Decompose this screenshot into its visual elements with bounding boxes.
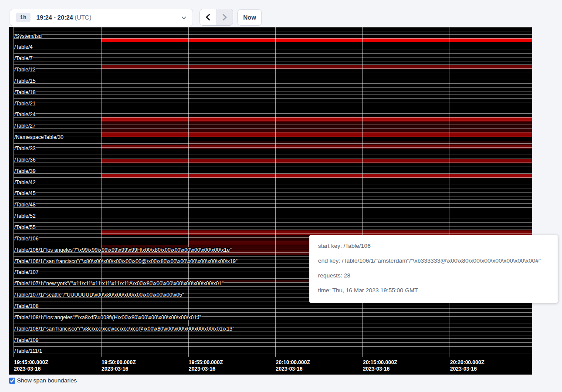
key-visualizer-page: 1h 19:24 - 20:24 (UTC) Now /System/tsd/T… (0, 0, 562, 392)
heat-band (101, 230, 532, 235)
chevron-right-icon (222, 14, 227, 20)
heat-band (188, 141, 532, 145)
show-span-boundaries-label: Show span boundaries (17, 377, 77, 384)
span-boundary-line (14, 308, 532, 309)
span-boundary-line (14, 155, 532, 155)
span-boundary-line (14, 226, 532, 226)
span-boundary-line (14, 162, 532, 162)
span-boundary-line (14, 117, 532, 118)
span-boundary-line (14, 91, 532, 91)
span-boundary-line (14, 181, 532, 181)
keyspace-row-label: /System/tsd (14, 34, 42, 39)
span-boundary-line (14, 46, 532, 46)
span-boundary-line (14, 50, 532, 50)
axis-tick-line: 20:20:00.000Z (450, 359, 484, 366)
keyspace-row-label: /Table/7 (14, 56, 33, 61)
time-range-select[interactable]: 1h 19:24 - 20:24 (UTC) (10, 9, 193, 26)
prev-range-button[interactable] (200, 9, 217, 25)
span-boundary-line (14, 219, 532, 219)
keyspace-row-label: /Table/15 (14, 78, 36, 84)
span-boundary-line (14, 83, 532, 84)
span-boundary-line (14, 354, 532, 354)
chevron-down-icon (181, 15, 186, 20)
axis-tick-line: 2023-03-16 (14, 366, 48, 372)
axis-tick-line: 2023-03-16 (102, 366, 136, 372)
span-boundary-line (14, 132, 532, 132)
keyspace-row-label: /Table/109 (14, 338, 38, 343)
axis-tick-line: 19:50:00.000Z (102, 359, 136, 366)
span-boundary-line (14, 192, 532, 193)
span-boundary-line (14, 42, 532, 42)
now-button[interactable]: Now (237, 9, 262, 26)
x-axis-tick: 19:45:00.000Z2023-03-16 (14, 359, 48, 372)
range-nav-group (200, 9, 233, 26)
range-duration-badge: 1h (16, 13, 30, 23)
time-gridline (188, 27, 189, 357)
span-boundary-line (14, 335, 532, 335)
span-boundary-line (14, 53, 532, 54)
time-gridline (14, 27, 14, 357)
next-range-button[interactable] (217, 9, 233, 25)
span-boundary-line (14, 27, 532, 27)
span-boundary-line (14, 64, 532, 65)
keyspace-row-label: /Table/21 (14, 101, 36, 107)
keyspace-row-label: /Table/111/1 (14, 348, 42, 354)
keyspace-row-label: /Table/18 (14, 90, 36, 95)
tooltip-requests: requests: 28 (318, 271, 549, 280)
keyspace-row-label: /Table/108 (14, 304, 38, 309)
span-boundary-line (14, 215, 532, 215)
keyspace-row-label: /Table/52 (14, 213, 36, 219)
time-gridline (275, 27, 276, 357)
show-span-boundaries-control: Show span boundaries (9, 377, 77, 384)
span-boundary-line (14, 95, 532, 95)
span-boundary-line (14, 143, 532, 144)
show-span-boundaries-checkbox[interactable] (9, 378, 15, 384)
keyspace-row-label: /Table/24 (14, 112, 36, 118)
heat-band (101, 122, 532, 128)
x-axis-tick: 19:55:00.000Z2023-03-16 (189, 359, 223, 372)
span-boundary-line (14, 324, 532, 324)
axis-tick-line: 20:10:00.000Z (276, 359, 310, 366)
key-visualizer-heatmap[interactable]: /System/tsd/Table/4/Table/7/Table/12/Tab… (9, 27, 532, 375)
span-boundary-line (14, 350, 532, 350)
tooltip-start-key: start key: /Table/106 (318, 242, 549, 250)
keyspace-row-label: /NamespaceTable/30 (14, 135, 64, 140)
span-boundary-line (14, 196, 532, 196)
span-boundary-line (14, 230, 532, 230)
hover-tooltip: start key: /Table/106 end key: /Table/10… (309, 235, 558, 303)
span-boundary-line (14, 125, 532, 125)
range-interval: 19:24 - 20:24 (37, 14, 73, 21)
span-boundary-line (14, 76, 532, 76)
x-axis-tick: 19:50:00.000Z2023-03-16 (102, 359, 136, 372)
x-axis-tick: 20:10:00.000Z2023-03-16 (276, 359, 310, 372)
keyspace-row-label: /Table/33 (14, 146, 36, 152)
span-boundary-line (14, 185, 532, 185)
span-boundary-line (14, 346, 532, 347)
span-boundary-line (14, 31, 532, 31)
span-boundary-line (14, 342, 532, 343)
span-boundary-line (14, 147, 532, 148)
span-boundary-line (14, 140, 532, 140)
keyspace-row-label: /Table/27 (14, 123, 36, 129)
axis-tick-line: 2023-03-16 (450, 366, 484, 372)
keyspace-row-label: /Table/107/1/"seattle"/"UUUUUUD\x00\x80\… (14, 292, 184, 298)
axis-tick-line: 2023-03-16 (363, 366, 397, 372)
span-boundary-line (14, 113, 532, 114)
span-boundary-line (14, 68, 532, 69)
span-boundary-line (14, 34, 532, 35)
span-boundary-line (14, 166, 532, 166)
tooltip-end-key: end key: /Table/106/1/"amsterdam"/"\xb33… (318, 257, 549, 265)
keyspace-row-label: /Table/12 (14, 67, 36, 73)
range-timezone: (UTC) (75, 14, 91, 21)
tooltip-time: time: Thu, 16 Mar 2023 19:55:00 GMT (318, 286, 549, 295)
keyspace-row-label: /Table/108/1/"los angeles"/"\xa8\xf5\u00… (14, 315, 201, 321)
span-boundary-line (14, 102, 532, 102)
span-boundary-line (14, 312, 532, 313)
span-boundary-line (14, 189, 532, 189)
span-boundary-line (14, 177, 532, 178)
axis-tick-line: 2023-03-16 (276, 366, 310, 372)
span-boundary-line (14, 173, 532, 174)
span-boundary-line (14, 199, 532, 200)
span-boundary-line (14, 338, 532, 339)
axis-tick-line: 20:15:00.000Z (363, 359, 397, 366)
